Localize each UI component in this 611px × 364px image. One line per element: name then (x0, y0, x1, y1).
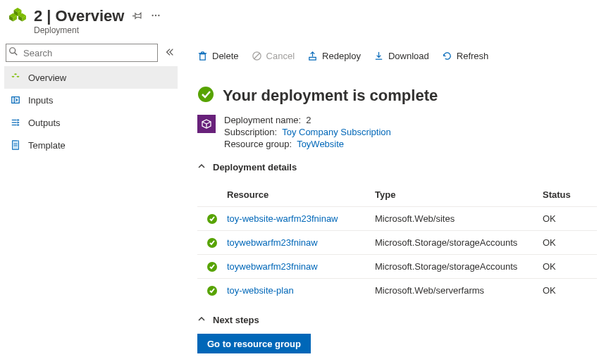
resource-status: OK (543, 285, 585, 296)
resource-type: Microsoft.Web/sites (375, 213, 543, 224)
sidebar-item-template[interactable]: Template (4, 134, 178, 156)
meta-deployment-name: Deployment name: 2 (224, 115, 391, 125)
table-header: Resource Type Status (197, 182, 597, 206)
template-icon (10, 140, 21, 150)
col-header-resource: Resource (227, 189, 375, 200)
table-row: toywebwarfm23fninaw Microsoft.Storage/st… (197, 230, 597, 254)
outputs-icon (10, 118, 21, 127)
row-success-icon (197, 213, 227, 225)
svg-point-10 (155, 14, 156, 15)
page-title: 2 | Overview (34, 7, 124, 25)
resource-link[interactable]: toywebwarfm23fninaw (227, 237, 318, 248)
resource-group-link[interactable]: ToyWebsite (297, 139, 344, 149)
resource-type: Microsoft.Web/serverfarms (375, 285, 543, 296)
resource-status: OK (543, 261, 585, 272)
sidebar: Overview Inputs Outputs Template (0, 38, 180, 364)
svg-line-38 (202, 122, 206, 124)
cancel-button: Cancel (252, 51, 295, 61)
table-row: toy-website-warfm23fninaw Microsoft.Web/… (197, 206, 597, 230)
resource-type-icon (197, 115, 216, 133)
details-table: Resource Type Status toy-website-warfm23… (197, 182, 597, 302)
page-subtitle: Deployment (34, 25, 161, 35)
status-headline: Your deployment is complete (197, 86, 597, 105)
svg-point-9 (152, 14, 154, 15)
svg-marker-15 (11, 76, 15, 77)
svg-marker-14 (14, 73, 18, 75)
svg-line-31 (254, 53, 259, 58)
meta-subscription: Subscription: Toy Company Subscription (224, 127, 391, 137)
redeploy-button[interactable]: Redeploy (307, 51, 361, 61)
svg-rect-25 (200, 54, 206, 59)
inputs-icon (10, 95, 21, 105)
chevron-up-icon (197, 162, 206, 172)
pin-icon[interactable] (132, 11, 142, 23)
resource-type: Microsoft.Storage/storageAccounts (375, 261, 543, 272)
svg-point-36 (198, 87, 214, 102)
col-header-status: Status (543, 189, 585, 200)
sidebar-item-label: Outputs (28, 118, 61, 128)
status-text: Your deployment is complete (223, 87, 438, 105)
svg-line-39 (206, 122, 211, 124)
main-content: Delete Cancel Redeploy Download Refresh (180, 38, 611, 364)
deployment-cubes-icon (8, 7, 27, 27)
search-icon (8, 46, 18, 58)
search-input[interactable] (6, 44, 158, 62)
subscription-link[interactable]: Toy Company Subscription (282, 127, 391, 137)
row-success-icon (197, 261, 227, 272)
sidebar-item-outputs[interactable]: Outputs (4, 111, 178, 134)
success-check-icon (197, 86, 214, 105)
deployment-details-section: Deployment details Resource Type Status … (197, 162, 597, 302)
cancel-icon (252, 51, 262, 61)
svg-rect-32 (309, 57, 316, 60)
resource-link[interactable]: toy-website-plan (227, 285, 294, 296)
sidebar-item-label: Template (28, 140, 66, 151)
svg-marker-16 (16, 76, 20, 77)
sidebar-item-label: Overview (28, 73, 66, 83)
go-to-resource-group-button[interactable]: Go to resource group (197, 334, 311, 353)
resource-type: Microsoft.Storage/storageAccounts (375, 237, 543, 248)
download-button[interactable]: Download (374, 51, 429, 61)
deployment-meta: Deployment name: 2 Subscription: Toy Com… (197, 115, 597, 149)
row-success-icon (197, 237, 227, 249)
next-steps-section: Next steps Go to resource group (197, 315, 597, 353)
resource-status: OK (543, 213, 585, 224)
collapse-sidebar-button[interactable] (163, 46, 176, 61)
resource-status: OK (543, 237, 585, 248)
search-field-wrap (6, 44, 158, 62)
sidebar-item-label: Inputs (28, 95, 53, 106)
svg-line-13 (15, 53, 18, 56)
resource-link[interactable]: toy-website-warfm23fninaw (227, 213, 338, 224)
row-success-icon (197, 285, 227, 296)
deployment-details-toggle[interactable]: Deployment details (197, 162, 597, 172)
more-icon[interactable] (151, 11, 161, 23)
col-header-type: Type (375, 189, 543, 200)
table-row: toy-website-plan Microsoft.Web/serverfar… (197, 278, 597, 302)
sidebar-item-overview[interactable]: Overview (4, 66, 178, 89)
svg-rect-22 (13, 141, 19, 149)
table-row: toywebwarfm23fninaw Microsoft.Storage/st… (197, 254, 597, 278)
toolbar: Delete Cancel Redeploy Download Refresh (197, 41, 597, 70)
svg-point-12 (10, 48, 16, 54)
refresh-button[interactable]: Refresh (442, 51, 489, 61)
next-steps-toggle[interactable]: Next steps (197, 315, 597, 325)
sidebar-item-inputs[interactable]: Inputs (4, 89, 178, 111)
refresh-icon (442, 51, 452, 61)
meta-resource-group: Resource group: ToyWebsite (224, 139, 391, 149)
chevron-up-icon (197, 315, 206, 325)
page-header: 2 | Overview Deployment (0, 0, 611, 38)
trash-icon (197, 51, 208, 61)
svg-point-11 (159, 14, 160, 15)
cubes-icon (10, 73, 21, 82)
resource-link[interactable]: toywebwarfm23fninaw (227, 261, 318, 272)
redeploy-icon (307, 51, 318, 61)
delete-button[interactable]: Delete (197, 51, 239, 61)
download-icon (374, 51, 384, 61)
